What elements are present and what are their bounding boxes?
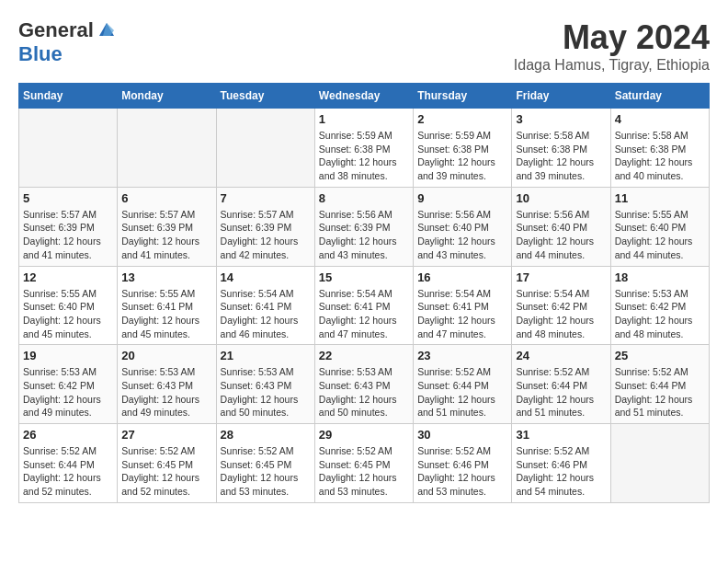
day-number: 9 (417, 191, 507, 205)
calendar-cell (118, 109, 216, 188)
day-info: Sunrise: 5:52 AM Sunset: 6:45 PM Dayligh… (221, 444, 311, 499)
day-number: 21 (221, 349, 311, 362)
weekday-header-sunday: Sunday (19, 84, 118, 109)
day-number: 31 (516, 428, 606, 442)
day-number: 22 (319, 349, 409, 362)
calendar-cell: 8Sunrise: 5:56 AM Sunset: 6:39 PM Daylig… (314, 187, 413, 266)
weekday-header-row: SundayMondayTuesdayWednesdayThursdayFrid… (19, 84, 710, 109)
day-info: Sunrise: 5:53 AM Sunset: 6:42 PM Dayligh… (615, 287, 705, 341)
day-info: Sunrise: 5:54 AM Sunset: 6:41 PM Dayligh… (417, 287, 507, 341)
calendar-cell: 1Sunrise: 5:59 AM Sunset: 6:38 PM Daylig… (314, 109, 413, 188)
day-number: 7 (221, 191, 311, 205)
title-section: May 2024 Idaga Hamus, Tigray, Ethiopia (514, 18, 710, 74)
weekday-header-thursday: Thursday (414, 84, 512, 109)
calendar-cell: 24Sunrise: 5:52 AM Sunset: 6:44 PM Dayli… (512, 345, 610, 424)
calendar-cell: 28Sunrise: 5:52 AM Sunset: 6:45 PM Dayli… (216, 424, 314, 503)
calendar-cell: 6Sunrise: 5:57 AM Sunset: 6:39 PM Daylig… (118, 187, 216, 266)
calendar-cell (19, 109, 118, 188)
calendar-cell (216, 109, 314, 188)
day-info: Sunrise: 5:58 AM Sunset: 6:38 PM Dayligh… (516, 129, 606, 183)
calendar-cell: 7Sunrise: 5:57 AM Sunset: 6:39 PM Daylig… (216, 187, 314, 266)
day-number: 13 (121, 270, 211, 284)
calendar-cell: 29Sunrise: 5:52 AM Sunset: 6:45 PM Dayli… (314, 424, 413, 503)
day-info: Sunrise: 5:52 AM Sunset: 6:46 PM Dayligh… (417, 444, 507, 499)
day-info: Sunrise: 5:55 AM Sunset: 6:40 PM Dayligh… (23, 287, 113, 341)
calendar-cell: 19Sunrise: 5:53 AM Sunset: 6:42 PM Dayli… (19, 345, 118, 424)
calendar-cell: 14Sunrise: 5:54 AM Sunset: 6:41 PM Dayli… (216, 266, 314, 345)
day-number: 25 (615, 349, 705, 362)
day-number: 2 (417, 112, 507, 126)
day-number: 14 (221, 270, 311, 284)
calendar-cell: 4Sunrise: 5:58 AM Sunset: 6:38 PM Daylig… (610, 109, 709, 188)
day-number: 20 (121, 349, 211, 362)
day-info: Sunrise: 5:55 AM Sunset: 6:40 PM Dayligh… (615, 208, 705, 262)
day-info: Sunrise: 5:59 AM Sunset: 6:38 PM Dayligh… (417, 129, 507, 183)
calendar-week-row: 1Sunrise: 5:59 AM Sunset: 6:38 PM Daylig… (19, 109, 710, 188)
weekday-header-wednesday: Wednesday (314, 84, 413, 109)
calendar-week-row: 26Sunrise: 5:52 AM Sunset: 6:44 PM Dayli… (19, 424, 710, 503)
calendar-cell: 16Sunrise: 5:54 AM Sunset: 6:41 PM Dayli… (414, 266, 512, 345)
day-number: 11 (615, 191, 705, 205)
calendar-cell: 22Sunrise: 5:53 AM Sunset: 6:43 PM Dayli… (314, 345, 413, 424)
calendar-cell: 13Sunrise: 5:55 AM Sunset: 6:41 PM Dayli… (118, 266, 216, 345)
day-info: Sunrise: 5:53 AM Sunset: 6:43 PM Dayligh… (319, 365, 409, 419)
calendar-cell: 23Sunrise: 5:52 AM Sunset: 6:44 PM Dayli… (414, 345, 512, 424)
day-info: Sunrise: 5:57 AM Sunset: 6:39 PM Dayligh… (23, 208, 113, 262)
day-info: Sunrise: 5:53 AM Sunset: 6:43 PM Dayligh… (121, 365, 211, 419)
day-number: 8 (319, 191, 409, 205)
day-info: Sunrise: 5:52 AM Sunset: 6:44 PM Dayligh… (417, 365, 507, 419)
day-info: Sunrise: 5:56 AM Sunset: 6:40 PM Dayligh… (417, 208, 507, 262)
day-info: Sunrise: 5:57 AM Sunset: 6:39 PM Dayligh… (121, 208, 211, 262)
month-year-title: May 2024 (514, 18, 710, 57)
weekday-header-saturday: Saturday (610, 84, 709, 109)
weekday-header-tuesday: Tuesday (216, 84, 314, 109)
day-info: Sunrise: 5:52 AM Sunset: 6:44 PM Dayligh… (516, 365, 606, 419)
calendar-cell: 11Sunrise: 5:55 AM Sunset: 6:40 PM Dayli… (610, 187, 709, 266)
calendar-cell: 30Sunrise: 5:52 AM Sunset: 6:46 PM Dayli… (414, 424, 512, 503)
calendar-cell: 25Sunrise: 5:52 AM Sunset: 6:44 PM Dayli… (610, 345, 709, 424)
calendar-week-row: 19Sunrise: 5:53 AM Sunset: 6:42 PM Dayli… (19, 345, 710, 424)
location-subtitle: Idaga Hamus, Tigray, Ethiopia (514, 57, 710, 74)
calendar-cell: 2Sunrise: 5:59 AM Sunset: 6:38 PM Daylig… (414, 109, 512, 188)
day-info: Sunrise: 5:55 AM Sunset: 6:41 PM Dayligh… (121, 287, 211, 341)
calendar-week-row: 12Sunrise: 5:55 AM Sunset: 6:40 PM Dayli… (19, 266, 710, 345)
day-number: 5 (23, 191, 113, 205)
calendar-cell: 27Sunrise: 5:52 AM Sunset: 6:45 PM Dayli… (118, 424, 216, 503)
calendar-week-row: 5Sunrise: 5:57 AM Sunset: 6:39 PM Daylig… (19, 187, 710, 266)
day-info: Sunrise: 5:53 AM Sunset: 6:43 PM Dayligh… (221, 365, 311, 419)
calendar-cell: 15Sunrise: 5:54 AM Sunset: 6:41 PM Dayli… (314, 266, 413, 345)
calendar-cell: 3Sunrise: 5:58 AM Sunset: 6:38 PM Daylig… (512, 109, 610, 188)
day-number: 23 (417, 349, 507, 362)
day-number: 19 (23, 349, 113, 362)
calendar-cell: 31Sunrise: 5:52 AM Sunset: 6:46 PM Dayli… (512, 424, 610, 503)
day-number: 4 (615, 112, 705, 126)
day-info: Sunrise: 5:52 AM Sunset: 6:44 PM Dayligh… (615, 365, 705, 419)
calendar-cell: 9Sunrise: 5:56 AM Sunset: 6:40 PM Daylig… (414, 187, 512, 266)
day-number: 1 (319, 112, 409, 126)
day-number: 26 (23, 428, 113, 442)
logo-blue-text: Blue (18, 42, 63, 66)
logo-general-text: General (18, 18, 94, 42)
weekday-header-monday: Monday (118, 84, 216, 109)
day-number: 3 (516, 112, 606, 126)
day-info: Sunrise: 5:52 AM Sunset: 6:45 PM Dayligh… (319, 444, 409, 499)
day-info: Sunrise: 5:54 AM Sunset: 6:41 PM Dayligh… (221, 287, 311, 341)
calendar-cell: 18Sunrise: 5:53 AM Sunset: 6:42 PM Dayli… (610, 266, 709, 345)
calendar-cell: 17Sunrise: 5:54 AM Sunset: 6:42 PM Dayli… (512, 266, 610, 345)
day-number: 6 (121, 191, 211, 205)
calendar-cell: 21Sunrise: 5:53 AM Sunset: 6:43 PM Dayli… (216, 345, 314, 424)
calendar-cell: 12Sunrise: 5:55 AM Sunset: 6:40 PM Dayli… (19, 266, 118, 345)
day-number: 24 (516, 349, 606, 362)
day-number: 16 (417, 270, 507, 284)
day-number: 10 (516, 191, 606, 205)
day-info: Sunrise: 5:56 AM Sunset: 6:40 PM Dayligh… (516, 208, 606, 262)
day-number: 17 (516, 270, 606, 284)
calendar-cell: 26Sunrise: 5:52 AM Sunset: 6:44 PM Dayli… (19, 424, 118, 503)
day-number: 27 (121, 428, 211, 442)
day-number: 12 (23, 270, 113, 284)
calendar-cell (610, 424, 709, 503)
day-number: 15 (319, 270, 409, 284)
day-number: 18 (615, 270, 705, 284)
day-info: Sunrise: 5:57 AM Sunset: 6:39 PM Dayligh… (221, 208, 311, 262)
day-number: 28 (221, 428, 311, 442)
